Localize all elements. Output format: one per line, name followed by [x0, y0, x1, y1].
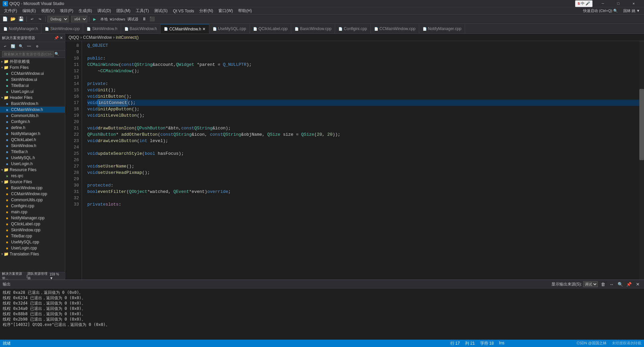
- sidebar-search-input[interactable]: [2, 51, 54, 57]
- tree-item-11[interactable]: ■define.h: [0, 125, 65, 131]
- toolbar-redo[interactable]: ↪: [36, 15, 44, 23]
- tree-item-4[interactable]: ■TitleBar.ui: [0, 83, 65, 89]
- sidebar-pin-icon[interactable]: 📌: [54, 36, 59, 40]
- output-pin-btn[interactable]: 📌: [625, 280, 633, 288]
- tree-item-6[interactable]: ▾📁Header Files: [0, 95, 65, 101]
- zoom-dropdown-icon[interactable]: ▼: [49, 276, 53, 280]
- toolbar-pause[interactable]: ⏸: [140, 15, 148, 23]
- sidebar-close-icon[interactable]: ✕: [60, 36, 63, 40]
- menu-view[interactable]: 视图(V): [38, 7, 57, 15]
- tree-item-12[interactable]: ■NotifyManager.h: [0, 131, 65, 137]
- tree-item-18[interactable]: ▾📁Resource Files: [0, 167, 65, 173]
- tree-item-30[interactable]: ■UseMySQL.cpp: [0, 239, 65, 245]
- tree-item-29[interactable]: ■TitleBar.cpp: [0, 233, 65, 239]
- tree-item-8[interactable]: ■CCMainWindow.h: [0, 107, 65, 113]
- tab-10[interactable]: 📄NotifyManager.cpp: [419, 24, 465, 33]
- output-find-btn[interactable]: 🔍: [617, 280, 624, 288]
- tree-item-10[interactable]: ■Configini.h: [0, 119, 65, 125]
- tab-9[interactable]: 📄CCMainWindow.cpp: [371, 24, 419, 33]
- menu-window[interactable]: 窗口(W): [216, 7, 235, 15]
- tree-item-16[interactable]: ■UseMySQL.h: [0, 155, 65, 161]
- tree-item-22[interactable]: ■CCMainWindow.cpp: [0, 191, 65, 197]
- tree-item-0[interactable]: ▸📁外部依赖项: [0, 59, 65, 65]
- file-label-15: TitleBar.h: [11, 149, 28, 154]
- output-content[interactable]: 线程 0xa28 已退出，返回值为 0 (0x0)。线程 0x6234 已退出，…: [0, 288, 644, 340]
- sidebar-filter-btn[interactable]: 🔍: [17, 42, 25, 50]
- menu-project[interactable]: 项目(P): [57, 7, 76, 15]
- menu-build[interactable]: 生成(B): [76, 7, 95, 15]
- toolbar-undo[interactable]: ↩: [28, 15, 36, 23]
- quick-launch[interactable]: 快速启动 (Ctrl+Q) 🔍: [583, 8, 621, 13]
- vertical-scrollbar[interactable]: [639, 41, 644, 279]
- tab-4[interactable]: 📄CCMainWindow.h ✕: [160, 24, 209, 33]
- output-panel-header: 输出 显示输出来源(S): 调试 🗑 ↔ 🔍 📌 ✕: [0, 280, 644, 288]
- tree-item-31[interactable]: ■UserLogin.cpp: [0, 245, 65, 251]
- tree-item-32[interactable]: ▾📁Translation Files: [0, 251, 65, 257]
- tab-6[interactable]: 📄QClickLabel.cpp: [250, 24, 291, 33]
- output-header-left: 输出: [3, 281, 11, 287]
- close-button[interactable]: ✕: [626, 0, 641, 7]
- tree-item-3[interactable]: ■SkinWindow.ui: [0, 77, 65, 83]
- run-button[interactable]: ▶: [91, 15, 98, 23]
- output-word-wrap-btn[interactable]: ↔: [608, 280, 615, 288]
- title-bar-left: Q QtQQ - Microsoft Visual Studio: [3, 1, 64, 6]
- menu-analyze[interactable]: 分析(N): [197, 7, 216, 15]
- tab-1[interactable]: 📄SkinWindow.cpp: [41, 24, 83, 33]
- tree-item-14[interactable]: ■SkinWindow.h: [0, 143, 65, 149]
- menu-edit[interactable]: 编辑(E): [20, 7, 38, 15]
- tree-item-15[interactable]: ■TitleBar.h: [0, 149, 65, 155]
- run-label[interactable]: 本地 Windows 调试器: [99, 17, 140, 22]
- menu-file[interactable]: 文件(F): [1, 7, 20, 15]
- tab-2[interactable]: 📄SkinWindow.h: [83, 24, 121, 33]
- output-source-select[interactable]: 调试: [583, 281, 598, 287]
- sidebar-sync-btn[interactable]: ↩: [1, 42, 9, 50]
- tab-label-1: SkinWindow.cpp: [50, 26, 80, 31]
- platform-dropdown[interactable]: x64: [71, 16, 87, 22]
- menu-debug[interactable]: 调试(D): [95, 7, 114, 15]
- tab-7[interactable]: 📄BasicWindow.cpp: [291, 24, 335, 33]
- toolbar-new[interactable]: 📄: [1, 15, 9, 23]
- tree-item-27[interactable]: ■QClickLabel.cpp: [0, 221, 65, 227]
- code-editor[interactable]: Q_OBJECTpublic: CCMainWindow(const QStri…: [82, 41, 639, 279]
- tree-item-28[interactable]: ■SkinWindow.cpp: [0, 227, 65, 233]
- tab-5[interactable]: 📄UseMySQL.cpp: [209, 24, 250, 33]
- tab-3[interactable]: 📄BasicWindow.h: [121, 24, 160, 33]
- output-close-btn[interactable]: ✕: [634, 280, 641, 288]
- tree-item-19[interactable]: ■res.qrc: [0, 173, 65, 179]
- tree-item-25[interactable]: ■main.cpp: [0, 209, 65, 215]
- tree-item-20[interactable]: ▾📁Source Files: [0, 179, 65, 185]
- output-clear-btn[interactable]: 🗑: [599, 280, 607, 288]
- tab-0[interactable]: 📄NotifyManager.h: [0, 24, 41, 33]
- toolbar-stop[interactable]: ⬛: [148, 15, 156, 23]
- menu-test[interactable]: 测试(S): [151, 7, 170, 15]
- sidebar-props-btn[interactable]: ⚙: [33, 42, 41, 50]
- sidebar-refresh-btn[interactable]: 🔄: [9, 42, 17, 50]
- config-dropdown[interactable]: Debug: [47, 16, 69, 22]
- tree-item-23[interactable]: ■CommonUtils.cpp: [0, 197, 65, 203]
- minimize-button[interactable]: ─: [595, 0, 611, 7]
- tree-item-13[interactable]: ■QClickLabel.h: [0, 137, 65, 143]
- code-line-9: [87, 49, 639, 55]
- tree-item-24[interactable]: ■Configini.cpp: [0, 203, 65, 209]
- tree-item-5[interactable]: ■UserLogin.ui: [0, 89, 65, 95]
- toolbar-open[interactable]: 📂: [9, 15, 17, 23]
- tree-item-9[interactable]: ■CommonUtils.h: [0, 113, 65, 119]
- status-mode: Ins: [499, 341, 505, 346]
- tree-item-1[interactable]: ▾📁Form Files: [0, 65, 65, 71]
- menu-team[interactable]: 团队(M): [114, 7, 133, 15]
- tree-item-17[interactable]: ■UserLogin.h: [0, 161, 65, 167]
- menu-tools[interactable]: 工具(T): [133, 7, 151, 15]
- status-line: 行 17: [450, 341, 460, 346]
- tree-item-7[interactable]: ■BasicWindow.h: [0, 101, 65, 107]
- sidebar-bottom-tab2[interactable]: 团队资源管理器: [27, 271, 49, 280]
- sidebar-collapse-btn[interactable]: ➖: [25, 42, 33, 50]
- tree-item-2[interactable]: ■CCMainWindow.ui: [0, 71, 65, 77]
- tree-item-26[interactable]: ■NotifyManager.cpp: [0, 215, 65, 221]
- menu-help[interactable]: 帮助(H): [235, 7, 254, 15]
- sidebar-bottom-tab1[interactable]: 解决方案资源管...: [2, 271, 27, 280]
- toolbar-save[interactable]: 💾: [17, 15, 25, 23]
- maximize-button[interactable]: □: [611, 0, 626, 7]
- tab-8[interactable]: 📄Configini.cpp: [335, 24, 370, 33]
- tree-item-21[interactable]: ■BasicWindow.cpp: [0, 185, 65, 191]
- menu-qt[interactable]: Qt VS Tools: [170, 7, 197, 15]
